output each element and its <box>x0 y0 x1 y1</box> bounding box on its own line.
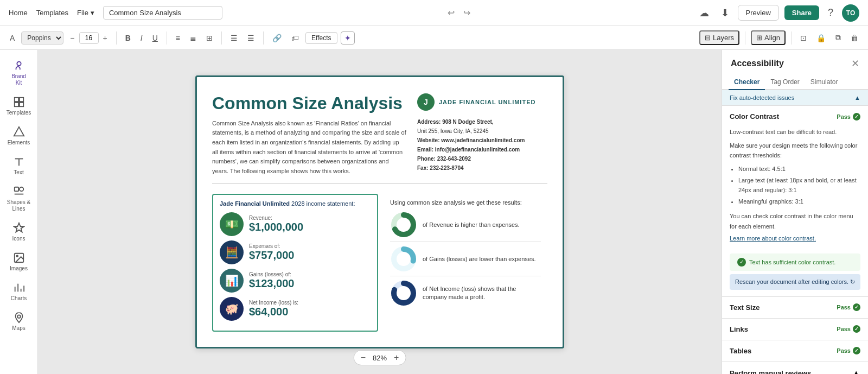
font-size-decrease[interactable]: − <box>67 31 78 45</box>
acc-text-size-header[interactable]: Text Size Pass ✓ <box>722 297 868 318</box>
toolbar-right: ⊟ Layers ⊞ Align ⊡ 🔒 ⧉ 🗑 <box>699 30 861 45</box>
cloud-save-button[interactable]: ☁ <box>696 5 712 21</box>
list-unordered-button[interactable]: ≣ <box>187 31 200 45</box>
acc-manual-reviews-header[interactable]: Perform manual reviews ▲ <box>722 362 868 374</box>
link-button[interactable]: 🔗 <box>269 31 285 45</box>
sidebar-item-images[interactable]: Images <box>0 248 37 276</box>
acc-color-contrast-title: Color Contrast <box>730 112 779 121</box>
share-button[interactable]: Share <box>784 5 819 20</box>
sidebar-item-elements[interactable]: Elements <box>0 122 37 150</box>
canvas-area[interactable]: ▲ 1 of 1 ▼ ⧉ + 🗑 Common Size Analysis <box>38 50 722 374</box>
sidebar-label-icons: Icons <box>12 236 25 242</box>
align-left-button[interactable]: ≡ <box>173 31 183 45</box>
redo-button[interactable]: ↪ <box>461 5 473 20</box>
italic-button[interactable]: I <box>137 31 146 45</box>
acc-color-contrast-header[interactable]: Color Contrast Pass ✓ <box>722 106 868 127</box>
divider-4 <box>263 31 264 45</box>
svg-point-9 <box>19 187 23 191</box>
layers-button[interactable]: ⊟ Layers <box>699 30 739 45</box>
font-size-input[interactable] <box>79 32 99 44</box>
color-contrast-pass-dot: ✓ <box>853 113 860 121</box>
acc-tables-header[interactable]: Tables Pass ✓ <box>722 340 868 362</box>
delete-button[interactable]: 🗑 <box>847 31 861 45</box>
zoom-out-button[interactable]: − <box>361 353 366 363</box>
doc-title-input[interactable] <box>103 6 222 20</box>
copy-button[interactable]: ⧉ <box>832 31 844 45</box>
sidebar-label-shapes: Shapes & Lines <box>3 199 34 212</box>
tab-simulator[interactable]: Simulator <box>805 75 844 90</box>
nav-home[interactable]: Home <box>9 9 28 17</box>
revenue-icon: 💵 <box>220 212 244 236</box>
effects-button[interactable]: Effects <box>305 32 337 44</box>
sidebar-item-templates[interactable]: Templates <box>0 92 37 121</box>
crop-button[interactable]: ⊡ <box>797 31 810 45</box>
doc-header-row: Common Size Analysis Common Size Analysi… <box>212 93 547 185</box>
panel-close-button[interactable]: ✕ <box>851 58 859 69</box>
result-item-1: 67% of Revenue is higher than expenses. <box>390 211 541 242</box>
main-area: BrandKit Templates Elements Text Shapes <box>0 50 868 374</box>
undo-button[interactable]: ↩ <box>445 5 457 20</box>
nav-left: Home Templates File ▾ <box>9 6 222 20</box>
svg-point-0 <box>17 62 21 66</box>
income-item-revenue: 💵 Revenue: $1,000,000 <box>220 212 371 236</box>
acc-links-header[interactable]: Links Pass ✓ <box>722 319 868 340</box>
canvas-wrapper: ▲ 1 of 1 ▼ ⧉ + 🗑 Common Size Analysis <box>38 50 722 374</box>
acc-links-title: Links <box>730 325 748 333</box>
icons-icon <box>13 222 25 234</box>
color-contrast-pass-badge: Pass ✓ <box>837 113 860 121</box>
text-color-button[interactable]: A <box>7 31 18 45</box>
gains-icon: 📊 <box>220 269 244 293</box>
sidebar-item-icons[interactable]: Icons <box>0 218 37 246</box>
download-button[interactable]: ⬇ <box>718 5 732 21</box>
rescan-icon[interactable]: ↻ <box>850 278 855 286</box>
links-pass-dot: ✓ <box>853 325 860 333</box>
contrast-thresholds: Normal text: 4.5:1 Large text (at least … <box>738 164 860 207</box>
text-size-pass-dot: ✓ <box>853 303 860 311</box>
sidebar-item-shapes[interactable]: Shapes & Lines <box>0 181 37 217</box>
tab-tag-order[interactable]: Tag Order <box>765 75 805 90</box>
align-justify-button[interactable]: ☰ <box>244 31 258 45</box>
sidebar-item-maps[interactable]: Maps <box>0 307 37 336</box>
tag-button[interactable]: 🏷 <box>288 31 302 45</box>
panel-header: Accessibility ✕ <box>722 50 868 69</box>
sidebar-item-brand[interactable]: BrandKit <box>0 55 37 91</box>
sidebar-label-brand: BrandKit <box>11 73 26 86</box>
result-item-3: 80% of Net Income (loss) shows that the … <box>390 280 541 310</box>
svg-rect-4 <box>19 103 23 106</box>
document: Common Size Analysis Common Size Analysi… <box>195 75 564 349</box>
align-center-button[interactable]: ☰ <box>227 31 241 45</box>
results-title: Using common size analysis we get these … <box>390 199 541 206</box>
nav-templates[interactable]: Templates <box>36 9 68 17</box>
text-icon <box>13 156 25 168</box>
help-button[interactable]: ? <box>825 5 837 21</box>
svg-marker-5 <box>14 127 23 136</box>
font-size-increase[interactable]: + <box>100 31 111 45</box>
sidebar-label-charts: Charts <box>11 295 27 302</box>
magic-button[interactable]: ✦ <box>341 31 355 45</box>
svg-rect-1 <box>14 98 18 102</box>
learn-more-link[interactable]: Learn more about color contrast. <box>730 235 816 242</box>
check-row: ✓ Text has sufficient color contrast. <box>730 253 860 271</box>
underline-button[interactable]: U <box>149 31 161 45</box>
brand-icon <box>13 60 25 72</box>
tab-checker[interactable]: Checker <box>729 75 765 90</box>
sidebar-item-text[interactable]: Text <box>0 151 37 180</box>
sidebar-label-templates: Templates <box>7 110 31 116</box>
divider-5 <box>745 31 745 45</box>
nav-file[interactable]: File ▾ <box>77 9 94 17</box>
preview-button[interactable]: Preview <box>738 5 779 21</box>
company-logo: J <box>417 93 435 111</box>
doc-right: J JADE FINANCIAL UNLIMITED Address: 908 … <box>417 93 547 176</box>
lock-button[interactable]: 🔒 <box>813 31 829 45</box>
sidebar-item-charts[interactable]: Charts <box>0 277 37 306</box>
zoom-in-button[interactable]: + <box>394 353 399 363</box>
font-family-select[interactable]: Poppins <box>21 31 63 45</box>
list-table-button[interactable]: ⊞ <box>203 31 216 45</box>
fix-auto-bar[interactable]: Fix auto-detected issues ▲ <box>722 90 868 106</box>
undo-redo-group: ↩ ↪ <box>445 5 473 20</box>
bold-button[interactable]: B <box>122 31 134 45</box>
divider-6 <box>791 31 792 45</box>
align-button[interactable]: ⊞ Align <box>751 30 786 45</box>
result-text-3: of Net Income (loss) shows that the comp… <box>423 285 541 302</box>
acc-manual-reviews-title: Perform manual reviews <box>730 369 811 374</box>
